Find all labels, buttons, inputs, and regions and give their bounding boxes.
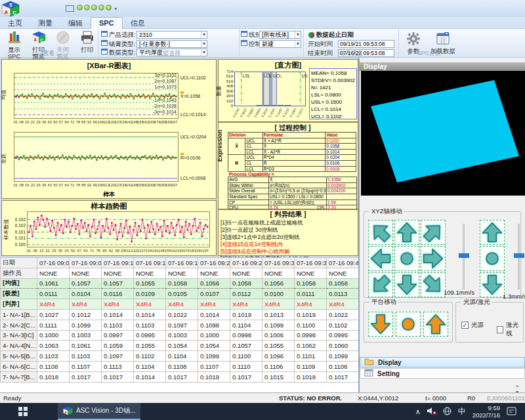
table-row-label[interactable]: 日期 bbox=[1, 258, 37, 268]
dropdown-product0[interactable]: 2310▼ bbox=[136, 31, 207, 39]
z-down-button[interactable] bbox=[480, 272, 505, 297]
hidden-icons-chevron[interactable]: ∧ bbox=[415, 408, 421, 416]
table-cell[interactable]: NONE bbox=[166, 268, 198, 278]
table-cell[interactable]: 0.0109 bbox=[134, 289, 166, 299]
table-cell[interactable]: 0.1104 bbox=[134, 361, 166, 371]
xyz-down-right-button[interactable] bbox=[421, 272, 446, 297]
tab-测量[interactable]: 测量 bbox=[30, 17, 60, 29]
table-row-label[interactable]: 7- NA-7[B... bbox=[1, 371, 37, 382]
table-cell[interactable]: 0.1103 bbox=[70, 351, 102, 362]
sample-data-table[interactable]: 日期07-16 09:0007-16 09:0507-16 09:1007-16… bbox=[0, 257, 358, 392]
table-cell[interactable]: 0.1100 bbox=[295, 320, 327, 330]
table-cell[interactable]: 0.0998 bbox=[295, 330, 327, 341]
start-button[interactable] bbox=[18, 407, 28, 417]
table-row-label[interactable]: 3- NA-3[IC] bbox=[1, 330, 37, 341]
table-cell[interactable]: 0.1055 bbox=[134, 278, 166, 289]
notification-center-icon[interactable] bbox=[507, 407, 516, 417]
table-cell[interactable]: 0.1054 bbox=[198, 341, 230, 351]
xy-speed-slider-handle[interactable] bbox=[459, 253, 469, 258]
taskbar-clock[interactable]: 9:59 2022/7/16 bbox=[472, 404, 500, 419]
table-cell[interactable]: X4R4 bbox=[70, 299, 102, 310]
table-cell[interactable]: 0.1017 bbox=[102, 371, 134, 382]
table-cell[interactable]: 0.1019 bbox=[230, 309, 262, 320]
table-cell[interactable]: 0.1113 bbox=[102, 361, 134, 371]
laser-checkbox-row[interactable]: 激光线 bbox=[497, 321, 523, 338]
table-row-label[interactable]: 1- NA-1[B... bbox=[1, 309, 37, 320]
table-cell[interactable]: 0.1059 bbox=[102, 341, 134, 351]
table-cell[interactable]: 0.1015 bbox=[262, 371, 295, 382]
table-cell[interactable]: 0.1111 bbox=[37, 320, 70, 330]
xyz-up-right-button[interactable] bbox=[421, 220, 446, 245]
tab-信息[interactable]: 信息 bbox=[123, 17, 153, 29]
table-cell[interactable]: 0.1099 bbox=[198, 351, 230, 362]
xyz-stop-button[interactable] bbox=[394, 246, 419, 271]
table-cell[interactable]: 0.0113 bbox=[327, 289, 359, 299]
table-cell[interactable]: 0.1057 bbox=[230, 341, 262, 351]
table-cell[interactable]: 0.1055 bbox=[134, 341, 166, 351]
table-cell[interactable]: 0.0995 bbox=[327, 330, 359, 341]
chevron-down-icon[interactable]: ▼ bbox=[201, 41, 207, 47]
table-cell[interactable]: NONE bbox=[70, 268, 102, 278]
table-row-label[interactable]: [判异] bbox=[1, 299, 37, 310]
table-cell[interactable]: 0.0112 bbox=[230, 289, 262, 299]
table-row-label[interactable]: 4- NA-4[N... bbox=[1, 341, 37, 351]
dropdown-line0[interactable]: [所有线体]▼ bbox=[259, 31, 301, 39]
table-cell[interactable]: 0.1099 bbox=[70, 320, 102, 330]
table-cell[interactable]: 0.1057 bbox=[70, 278, 102, 289]
table-cell[interactable]: NONE bbox=[262, 268, 295, 278]
xyz-right-button[interactable] bbox=[421, 246, 446, 271]
table-cell[interactable]: X4R4 bbox=[134, 299, 166, 310]
table-cell[interactable]: 0.1106 bbox=[262, 361, 295, 371]
tab-主页[interactable]: 主页 bbox=[0, 17, 30, 29]
tab-编辑[interactable]: 编辑 bbox=[60, 17, 91, 29]
quick-access-toolbar[interactable]: ▾ bbox=[66, 4, 117, 12]
table-column-header[interactable]: 07-16 09:14 bbox=[134, 258, 166, 268]
table-cell[interactable]: 0.1058 bbox=[230, 278, 262, 289]
table-row-label[interactable]: [极差] bbox=[1, 289, 37, 299]
table-cell[interactable]: NONE bbox=[102, 268, 134, 278]
light-checkbox-row[interactable]: ✓ 光源 bbox=[461, 321, 484, 329]
table-cell[interactable]: 0.1107 bbox=[70, 361, 102, 371]
table-column-header[interactable]: 07-16 09:19 bbox=[166, 258, 198, 268]
quick-access-icon[interactable] bbox=[106, 5, 112, 10]
z-speed-slider[interactable] bbox=[518, 224, 520, 289]
table-cell[interactable]: 0.1103 bbox=[37, 351, 70, 362]
z-stop-button[interactable] bbox=[480, 246, 505, 271]
table-cell[interactable]: NONE bbox=[134, 268, 166, 278]
table-cell[interactable]: 0.1056 bbox=[262, 278, 295, 289]
table-cell[interactable]: 0.1097 bbox=[166, 320, 198, 330]
table-cell[interactable]: NONE bbox=[327, 268, 359, 278]
table-cell[interactable]: X4R4 bbox=[262, 299, 295, 310]
table-column-header[interactable]: 07-16 09:23 bbox=[198, 258, 230, 268]
table-cell[interactable]: 0.1100 bbox=[230, 351, 262, 362]
xyz-left-button[interactable] bbox=[368, 246, 393, 271]
table-cell[interactable]: 0.1014 bbox=[198, 309, 230, 320]
xyz-up-left-button[interactable] bbox=[368, 220, 393, 245]
table-cell[interactable]: 0.1107 bbox=[198, 361, 230, 371]
table-cell[interactable]: NONE bbox=[37, 268, 70, 278]
table-cell[interactable]: 0.1058 bbox=[295, 278, 327, 289]
table-cell[interactable]: 0.1108 bbox=[166, 361, 198, 371]
table-cell[interactable]: 0.0995 bbox=[134, 330, 166, 341]
table-cell[interactable]: 0.0111 bbox=[295, 289, 327, 299]
chevron-down-icon[interactable]: ▼ bbox=[201, 32, 207, 38]
table-cell[interactable]: 0.1006 bbox=[262, 330, 295, 341]
table-row-label[interactable]: [均值] bbox=[1, 278, 37, 289]
table-cell[interactable]: 0.0116 bbox=[102, 289, 134, 299]
table-cell[interactable]: 0.0998 bbox=[230, 330, 262, 341]
table-cell[interactable]: 0.1056 bbox=[198, 278, 230, 289]
z-speed-slider-handle[interactable] bbox=[514, 253, 524, 258]
table-cell[interactable]: 0.1102 bbox=[134, 351, 166, 362]
chevron-down-icon[interactable]: ▼ bbox=[295, 41, 301, 47]
light-checkbox[interactable]: ✓ bbox=[461, 322, 469, 329]
time-input-0[interactable]: 09/19/21 09:53:08 bbox=[338, 40, 394, 48]
table-column-header[interactable]: 07-16 09:28 bbox=[230, 258, 262, 268]
table-cell[interactable]: X4R4 bbox=[198, 299, 230, 310]
table-cell[interactable]: 0.1014 bbox=[134, 309, 166, 320]
table-cell[interactable]: 0.1018 bbox=[295, 371, 327, 382]
xy-speed-slider[interactable] bbox=[463, 224, 465, 289]
xyz-down-button[interactable] bbox=[394, 272, 419, 297]
table-cell[interactable]: 0.1055 bbox=[262, 341, 295, 351]
table-cell[interactable]: 0.1054 bbox=[166, 341, 198, 351]
platform-up-button[interactable] bbox=[423, 312, 448, 337]
